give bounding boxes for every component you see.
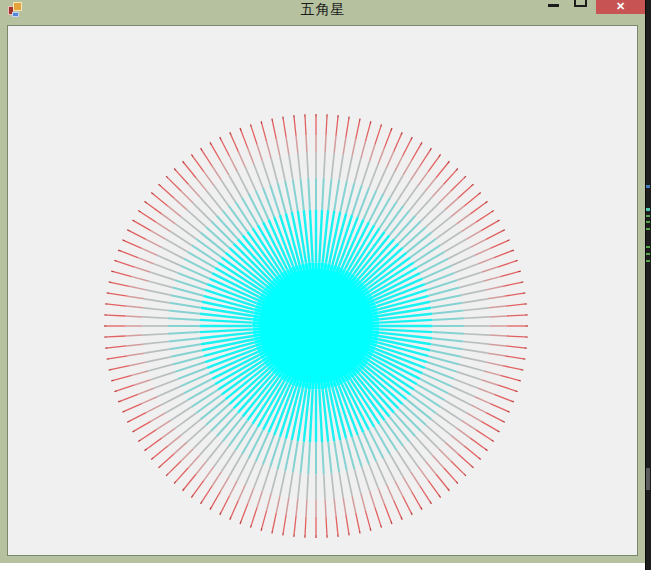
scroll-annotation-mark — [646, 221, 650, 223]
scroll-annotation-mark — [646, 260, 650, 262]
starburst-drawing — [8, 26, 637, 555]
minimize-button[interactable] — [548, 4, 559, 7]
client-area — [7, 25, 638, 556]
scroll-annotation-mark — [646, 208, 650, 211]
background-window-scrollbar-strip — [645, 0, 651, 570]
scroll-annotation-mark — [646, 468, 650, 490]
scroll-annotation-mark — [646, 215, 650, 217]
close-button[interactable]: ✕ — [596, 0, 645, 14]
scroll-annotation-mark — [646, 228, 650, 230]
close-icon: ✕ — [616, 0, 625, 12]
desktop-background-strip — [0, 563, 646, 570]
app-window: 五角星 ✕ — [0, 0, 646, 563]
maximize-button[interactable] — [574, 0, 587, 7]
screenshot-stage: 五角星 ✕ — [0, 0, 651, 570]
scroll-annotation-mark — [646, 253, 650, 255]
scroll-annotation-mark — [646, 185, 650, 188]
titlebar[interactable]: 五角星 ✕ — [0, 0, 646, 25]
scroll-annotation-mark — [646, 246, 650, 248]
